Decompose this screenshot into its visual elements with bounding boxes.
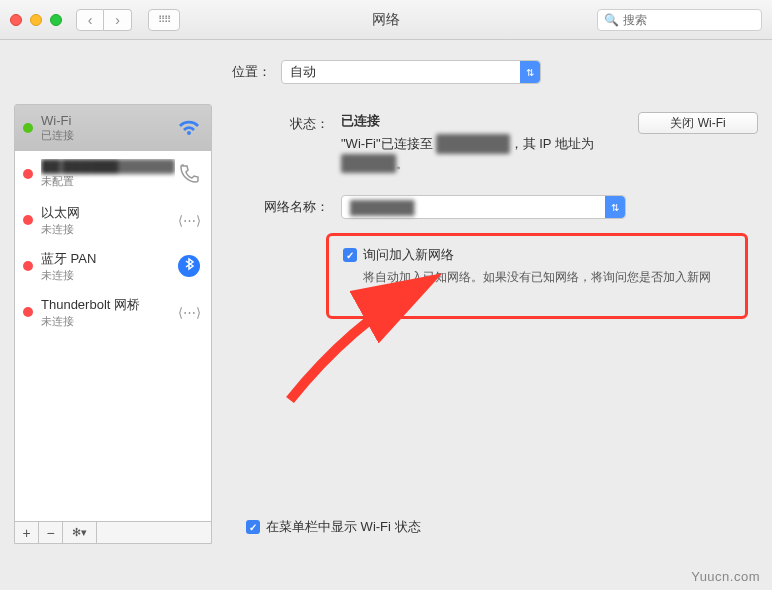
service-sub: 未连接 [41,222,175,237]
forward-button[interactable]: › [104,9,132,31]
service-name: Wi-Fi [41,113,175,128]
sidebar-item-wifi[interactable]: Wi-Fi 已连接 [15,105,211,151]
menubar-label: 在菜单栏中显示 Wi-Fi 状态 [266,518,421,536]
status-description: "Wi-Fi"已连接至 ████████，其 IP 地址为 ██████。 [341,134,618,173]
main-panel: 状态： 已连接 "Wi-Fi"已连接至 ████████，其 IP 地址为 ██… [226,104,758,544]
chevron-updown-icon: ⇅ [605,196,625,218]
network-name-label: 网络名称： [226,195,341,216]
search-icon: 🔍 [604,13,619,27]
service-sub: 未连接 [41,268,175,283]
service-gear-button[interactable]: ✻▾ [63,522,97,543]
service-sub: 已连接 [41,128,175,143]
sidebar-item-modem[interactable]: ██ ██████ 未配置 [15,151,211,197]
ask-join-checkbox[interactable]: ✓ [343,248,357,262]
ask-join-label: 询问加入新网络 [363,246,454,264]
service-list: Wi-Fi 已连接 ██ ██████ 未配置 [15,105,211,521]
menubar-row: ✓ 在菜单栏中显示 Wi-Fi 状态 [246,518,421,536]
status-dot-icon [23,215,33,225]
location-select[interactable]: 自动 ⇅ [281,60,541,84]
service-sub: 未配置 [41,174,175,189]
sidebar-item-ethernet[interactable]: 以太网 未连接 ⟨⋯⟩ [15,197,211,243]
show-all-button[interactable]: ⠿⠿ [148,9,180,31]
nav-buttons: ‹ › [76,9,132,31]
menubar-checkbox[interactable]: ✓ [246,520,260,534]
svg-text:⟨⋯⟩: ⟨⋯⟩ [178,305,201,320]
svg-text:⟨⋯⟩: ⟨⋯⟩ [178,213,201,228]
ethernet-icon: ⟨⋯⟩ [175,206,203,234]
bluetooth-icon [175,252,203,280]
window-controls [10,14,62,26]
service-name: 以太网 [41,204,175,222]
wifi-icon [175,114,203,142]
remove-service-button[interactable]: − [39,522,63,543]
add-service-button[interactable]: + [15,522,39,543]
location-row: 位置： 自动 ⇅ [0,60,772,84]
status-label: 状态： [226,112,341,133]
search-field[interactable]: 🔍 [597,9,762,31]
phone-icon [175,160,203,188]
ask-join-box: ✓ 询问加入新网络 将自动加入已知网络。如果没有已知网络，将询问您是否加入新网络… [326,233,748,319]
search-input[interactable] [623,13,772,27]
toggle-wifi-button[interactable]: 关闭 Wi-Fi [638,112,758,134]
status-dot-icon [23,307,33,317]
sidebar-footer: + − ✻▾ [15,521,211,543]
sidebar-item-thunderbolt[interactable]: Thunderbolt 网桥 未连接 ⟨⋯⟩ [15,289,211,335]
network-name-select[interactable]: ███████ ⇅ [341,195,626,219]
zoom-icon[interactable] [50,14,62,26]
service-sidebar: Wi-Fi 已连接 ██ ██████ 未配置 [14,104,212,544]
status-dot-icon [23,261,33,271]
minimize-icon[interactable] [30,14,42,26]
service-name: 蓝牙 PAN [41,250,175,268]
service-name: Thunderbolt 网桥 [41,296,175,314]
ask-join-description: 将自动加入已知网络。如果没有已知网络，将询问您是否加入新网络。 [363,268,731,304]
close-icon[interactable] [10,14,22,26]
status-dot-icon [23,169,33,179]
chevron-updown-icon: ⇅ [520,61,540,83]
titlebar: ‹ › ⠿⠿ 网络 🔍 [0,0,772,40]
network-name-value: ███████ [350,200,414,215]
ethernet-icon: ⟨⋯⟩ [175,298,203,326]
location-value: 自动 [290,63,316,81]
back-button[interactable]: ‹ [76,9,104,31]
status-dot-icon [23,123,33,133]
sidebar-item-bluetooth[interactable]: 蓝牙 PAN 未连接 [15,243,211,289]
location-label: 位置： [232,63,271,81]
status-value: 已连接 [341,112,618,130]
service-name: ██ ██████ [41,159,175,174]
watermark: Yuucn.com [691,569,760,584]
service-sub: 未连接 [41,314,175,329]
